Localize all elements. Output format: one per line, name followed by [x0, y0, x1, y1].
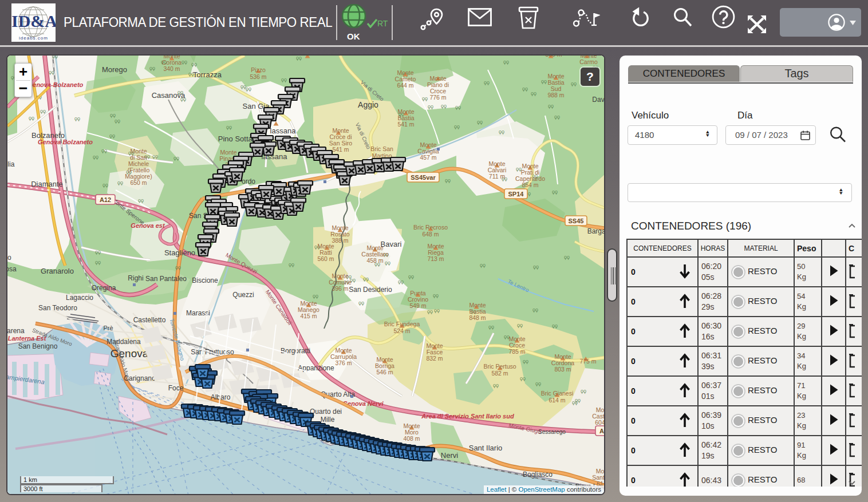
svg-text:ϙϙ: ϙϙ — [581, 388, 586, 394]
svg-text:776 m: 776 m — [429, 94, 446, 101]
svg-text:ϙϙ: ϙϙ — [152, 153, 158, 159]
svg-text:ϙϙ: ϙϙ — [532, 307, 538, 313]
svg-text:ϙϙ: ϙϙ — [191, 61, 197, 67]
svg-text:Bric Pertuso: Bric Pertuso — [483, 363, 516, 370]
svg-text:Aggio: Aggio — [358, 100, 378, 109]
svg-text:Prè: Prè — [103, 325, 113, 331]
svg-text:ϙϙ: ϙϙ — [427, 309, 433, 314]
svg-text:Bric Fundega: Bric Fundega — [384, 321, 420, 327]
svg-text:ϙϙ: ϙϙ — [358, 300, 364, 306]
svg-text:Genova-Bolzaneto: Genova-Bolzaneto — [28, 81, 84, 88]
svg-text:644 m: 644 m — [397, 82, 413, 89]
svg-text:SS45var: SS45var — [411, 174, 436, 181]
svg-text:ϙϙ: ϙϙ — [52, 56, 58, 59]
svg-text:lo: lo — [7, 254, 11, 262]
svg-text:ϙϙ: ϙϙ — [74, 116, 80, 121]
svg-text:ϙϙ: ϙϙ — [422, 96, 428, 101]
svg-text:ordo: ordo — [242, 177, 255, 185]
svg-text:ϙϙ: ϙϙ — [226, 124, 232, 130]
svg-text:Genova est: Genova est — [131, 222, 165, 229]
svg-text:ϙϙ: ϙϙ — [109, 133, 115, 139]
svg-text:ϙϙ: ϙϙ — [175, 264, 181, 270]
svg-text:Bric San: Bric San — [370, 145, 393, 152]
svg-text:775 m: 775 m — [579, 358, 596, 365]
svg-text:ϙϙ: ϙϙ — [110, 112, 116, 118]
svg-text:560 m: 560 m — [317, 255, 334, 262]
svg-text:Oregina: Oregina — [92, 284, 116, 292]
svg-text:ϙϙ: ϙϙ — [95, 259, 101, 265]
svg-text:San Teodoro: San Teodoro — [38, 304, 77, 312]
svg-text:ϙϙ: ϙϙ — [455, 104, 461, 110]
svg-text:Quezzi: Quezzi — [232, 291, 254, 299]
svg-text:546 m: 546 m — [376, 369, 393, 375]
svg-text:Mille: Mille — [321, 416, 335, 424]
svg-text:Biscione: Biscione — [192, 276, 218, 284]
svg-text:Bargag: Bargag — [587, 227, 604, 235]
svg-text:ϙϙ: ϙϙ — [488, 324, 494, 330]
svg-text:darena: darena — [7, 327, 25, 335]
svg-text:ϙϙ: ϙϙ — [398, 279, 404, 284]
svg-text:Bric Recroso: Bric Recroso — [413, 224, 448, 231]
svg-text:Maddalena: Maddalena — [106, 338, 141, 346]
svg-text:ϙϙ: ϙϙ — [385, 260, 390, 266]
svg-text:Casanova: Casanova — [152, 91, 186, 100]
svg-text:582 m: 582 m — [491, 370, 508, 377]
svg-text:lassana: lassana — [270, 127, 297, 135]
svg-text:604: 604 — [595, 419, 604, 426]
svg-text:ϙϙ: ϙϙ — [29, 115, 34, 121]
svg-text:536 m: 536 m — [250, 73, 266, 80]
svg-text:ϙϙ: ϙϙ — [117, 180, 123, 185]
svg-text:ϙϙ: ϙϙ — [520, 375, 526, 381]
svg-text:848 m: 848 m — [469, 314, 486, 321]
svg-text:457 m: 457 m — [420, 154, 436, 161]
svg-text:ϙϙ: ϙϙ — [552, 323, 558, 329]
svg-text:Dav: Dav — [592, 96, 604, 104]
svg-text:ϙϙ: ϙϙ — [102, 182, 108, 188]
svg-text:ϙϙ: ϙϙ — [281, 77, 287, 82]
svg-text:524 m: 524 m — [393, 327, 410, 334]
svg-text:ϙϙ: ϙϙ — [531, 90, 536, 96]
svg-text:713 m: 713 m — [427, 255, 444, 262]
svg-text:988 m: 988 m — [547, 92, 564, 98]
svg-text:408 m: 408 m — [403, 435, 420, 442]
svg-text:ϙϙ: ϙϙ — [441, 103, 447, 109]
svg-text:ϙϙ: ϙϙ — [428, 104, 433, 109]
svg-text:614 m: 614 m — [549, 397, 565, 404]
svg-text:541 m: 541 m — [397, 121, 414, 128]
svg-text:863 m: 863 m — [545, 56, 562, 58]
svg-text:803 m: 803 m — [554, 366, 571, 373]
svg-text:ϙϙ: ϙϙ — [434, 307, 440, 313]
svg-text:ϙϙ: ϙϙ — [101, 148, 107, 153]
svg-text:Carmo: Carmo — [579, 58, 598, 65]
svg-text:ϙϙ: ϙϙ — [493, 382, 499, 388]
svg-text:glia: glia — [7, 160, 15, 168]
svg-text:Bogliasco: Bogliasco — [523, 471, 553, 479]
svg-text:Quarto dei: Quarto dei — [310, 408, 342, 416]
svg-text:Sant Ilario: Sant Ilario — [469, 444, 503, 452]
svg-text:ϙϙ: ϙϙ — [445, 177, 451, 183]
svg-text:ϙϙ: ϙϙ — [533, 264, 539, 270]
svg-text:ϙϙ: ϙϙ — [499, 129, 504, 135]
svg-text:ϙϙ: ϙϙ — [408, 274, 414, 279]
svg-text:Area di Servizio Sant Ilario s: Area di Servizio Sant Ilario sud — [421, 413, 514, 420]
svg-text:ϙϙ: ϙϙ — [182, 59, 187, 65]
svg-text:ϙϙ: ϙϙ — [484, 80, 490, 85]
svg-text:ϙϙ: ϙϙ — [289, 262, 294, 267]
svg-text:ϙϙ: ϙϙ — [548, 103, 554, 109]
svg-text:650 m: 650 m — [130, 179, 147, 186]
svg-text:Nervi: Nervi — [441, 451, 458, 460]
svg-text:ϙϙ: ϙϙ — [95, 249, 101, 255]
svg-text:832 m: 832 m — [426, 355, 443, 362]
svg-text:711 m: 711 m — [489, 173, 506, 180]
svg-text:ϙϙ: ϙϙ — [564, 254, 570, 260]
svg-text:ϙϙ: ϙϙ — [246, 86, 251, 92]
svg-text:ϙϙ: ϙϙ — [480, 262, 486, 268]
svg-text:ϙϙ: ϙϙ — [477, 119, 483, 125]
svg-text:San Benigno: San Benigno — [18, 342, 58, 350]
svg-text:San Desiderio: San Desiderio — [349, 286, 392, 294]
svg-text:ϙϙ: ϙϙ — [554, 114, 560, 120]
svg-text:Foce: Foce — [168, 384, 184, 392]
svg-text:ϙϙ: ϙϙ — [40, 108, 46, 114]
svg-text:Granarolo: Granarolo — [41, 267, 74, 275]
svg-text:Righi: Righi — [128, 274, 143, 282]
